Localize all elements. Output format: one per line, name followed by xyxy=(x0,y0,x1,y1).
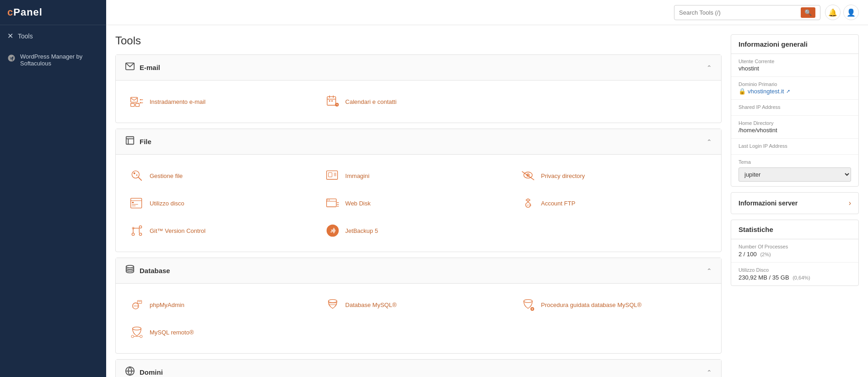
tool-web-disk[interactable]: Web Disk xyxy=(321,189,517,217)
shared-ip-label: Shared IP Address xyxy=(739,104,851,110)
domain-icon xyxy=(125,366,135,377)
tool-utilizzo-disco[interactable]: Utilizzo disco xyxy=(125,189,321,217)
svg-point-22 xyxy=(132,171,139,178)
category-email-header[interactable]: E-mail ⌃ xyxy=(116,55,721,81)
privacy-icon xyxy=(520,167,536,184)
privacy-directory-label: Privacy directory xyxy=(541,172,585,179)
tema-label: Tema xyxy=(739,159,851,165)
dominio-primario-row: Dominio Primario 🔒 vhostingtest.it ➚ xyxy=(731,77,858,100)
search-icon: 🔍 xyxy=(804,9,812,16)
search-button[interactable]: 🔍 xyxy=(801,7,815,18)
svg-rect-37 xyxy=(132,202,134,203)
tool-immagini[interactable]: Immagini xyxy=(321,162,517,189)
tool-calendari-contatti[interactable]: Calendari e contatti xyxy=(321,88,517,115)
utilizzo-disco-stat-label: Utilizzo Disco xyxy=(739,267,851,273)
bell-icon: 🔔 xyxy=(828,8,837,17)
info-server-row[interactable]: Informazioni server › xyxy=(731,193,858,214)
chevron-up-icon: ⌃ xyxy=(706,267,712,275)
calendar-icon xyxy=(324,93,341,110)
tool-jetbackup5[interactable]: J JetBackup 5 xyxy=(321,217,517,244)
mysql-remote-icon xyxy=(129,324,145,340)
chevron-up-icon: ⌃ xyxy=(706,138,712,145)
jetbackup-icon: J xyxy=(324,222,341,239)
svg-point-75 xyxy=(131,335,134,338)
category-database-header[interactable]: Database ⌃ xyxy=(116,258,721,284)
dominio-primario-value: vhostingtest.it xyxy=(748,88,784,95)
info-panel: Informazioni generali Utente Corrente vh… xyxy=(731,34,859,286)
images-icon xyxy=(324,167,341,184)
instradamento-email-label: Instradamento e-mail xyxy=(150,98,205,105)
page-title: Tools xyxy=(115,34,722,47)
main-content: 🔍 🔔 👤 Tools xyxy=(106,0,868,377)
notifications-button[interactable]: 🔔 xyxy=(825,5,841,20)
tool-gestione-file[interactable]: Gestione file xyxy=(125,162,321,189)
tools-icon: ✕ xyxy=(7,32,13,40)
num-processes-badge: (2%) xyxy=(760,252,771,257)
dominio-primario-link[interactable]: 🔒 vhostingtest.it ➚ xyxy=(739,88,851,95)
utilizzo-disco-stat-value: 230,92 MB / 35 GB (0,64%) xyxy=(739,274,851,281)
svg-point-24 xyxy=(134,172,135,174)
category-email: E-mail ⌃ xyxy=(115,54,722,123)
category-email-items: Instradamento e-mail xyxy=(116,81,721,123)
file-icon xyxy=(125,135,135,148)
svg-point-53 xyxy=(132,233,134,235)
account-button[interactable]: 👤 xyxy=(843,5,859,20)
ftp-icon: FTP xyxy=(520,195,536,211)
sidebar-item-label: WordPress Manager by Softaculous xyxy=(20,53,99,67)
home-directory-value: /home/vhostint xyxy=(739,127,851,134)
sidebar-logo: cPanel xyxy=(0,0,106,25)
immagini-label: Immagini xyxy=(345,172,370,179)
shared-ip-row: Shared IP Address xyxy=(731,100,858,116)
info-server-card[interactable]: Informazioni server › xyxy=(731,192,859,214)
git-icon xyxy=(129,222,145,239)
jetbackup5-label: JetBackup 5 xyxy=(345,227,378,234)
category-file-items: Gestione file xyxy=(116,155,721,252)
category-domini: Domini ⌃ xyxy=(115,359,722,377)
sidebar-item-wordpress[interactable]: WordPress Manager by Softaculous xyxy=(0,47,106,73)
tool-procedura-database[interactable]: Procedura guidata database MySQL® xyxy=(516,291,712,318)
lock-icon: 🔒 xyxy=(739,88,746,95)
svg-line-23 xyxy=(138,177,141,180)
svg-rect-65 xyxy=(137,301,141,304)
svg-rect-19 xyxy=(126,137,134,145)
svg-rect-9 xyxy=(135,103,139,107)
svg-line-3 xyxy=(134,98,137,100)
wizard-icon xyxy=(520,296,536,313)
sidebar-item-tools[interactable]: ✕ Tools xyxy=(0,25,106,47)
svg-point-54 xyxy=(139,226,141,228)
content-area: Tools E-mail ⌃ xyxy=(106,25,868,377)
file-manager-icon xyxy=(129,167,145,184)
tool-phpmyadmin[interactable]: PHP phpMyAdmin xyxy=(125,291,321,318)
procedura-database-label: Procedura guidata database MySQL® xyxy=(541,302,642,308)
web-disk-label: Web Disk xyxy=(345,200,371,207)
tool-instradamento-email[interactable]: Instradamento e-mail xyxy=(125,88,321,115)
svg-rect-1 xyxy=(131,97,138,102)
database-mysql-label: Database MySQL® xyxy=(345,302,397,308)
last-login-ip-row: Last Login IP Address xyxy=(731,139,858,155)
tool-git-version-control[interactable]: Git™ Version Control xyxy=(125,217,321,244)
tool-privacy-directory[interactable]: Privacy directory xyxy=(516,162,712,189)
category-domini-header[interactable]: Domini ⌃ xyxy=(116,360,721,377)
phpmyadmin-icon: PHP xyxy=(129,296,145,313)
search-bar-container: 🔍 xyxy=(674,5,820,20)
git-version-control-label: Git™ Version Control xyxy=(150,227,205,234)
utilizzo-disco-stat-row: Utilizzo Disco 230,92 MB / 35 GB (0,64%) xyxy=(731,263,858,285)
tool-database-mysql[interactable]: Database MySQL® xyxy=(321,291,517,318)
chevron-up-icon: ⌃ xyxy=(706,369,712,376)
tema-select[interactable]: jupiter xyxy=(739,167,851,182)
svg-text:FTP: FTP xyxy=(527,204,532,207)
statistiche-card: Statistiche Number Of Processes 2 / 100 … xyxy=(731,220,859,286)
mysql-icon xyxy=(324,296,341,313)
tool-account-ftp[interactable]: FTP Account FTP xyxy=(516,189,712,217)
num-processes-value: 2 / 100 (2%) xyxy=(739,251,851,258)
svg-point-4 xyxy=(140,99,141,101)
database-icon xyxy=(125,264,135,277)
info-server-label: Informazioni server xyxy=(739,199,798,207)
svg-point-67 xyxy=(328,300,337,303)
tool-mysql-remoto[interactable]: MySQL remoto® xyxy=(125,318,321,346)
search-input[interactable] xyxy=(679,9,801,16)
category-file-header[interactable]: File ⌃ xyxy=(116,129,721,155)
calendari-contatti-label: Calendari e contatti xyxy=(345,98,397,105)
category-database-items: PHP phpMyAdmin xyxy=(116,284,721,353)
info-generali-title: Informazioni generali xyxy=(731,35,858,54)
